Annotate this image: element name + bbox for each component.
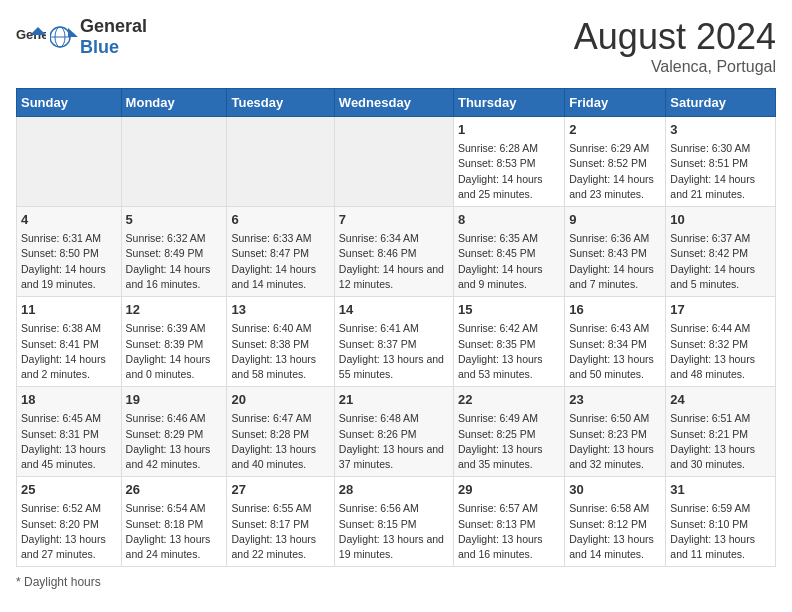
calendar-cell: 24Sunrise: 6:51 AMSunset: 8:21 PMDayligh… <box>666 387 776 477</box>
day-number: 24 <box>670 391 771 409</box>
day-number: 22 <box>458 391 560 409</box>
day-number: 3 <box>670 121 771 139</box>
day-info: Sunrise: 6:33 AMSunset: 8:47 PMDaylight:… <box>231 231 329 292</box>
day-info: Sunrise: 6:44 AMSunset: 8:32 PMDaylight:… <box>670 321 771 382</box>
calendar-cell: 25Sunrise: 6:52 AMSunset: 8:20 PMDayligh… <box>17 477 122 567</box>
calendar-cell: 11Sunrise: 6:38 AMSunset: 8:41 PMDayligh… <box>17 297 122 387</box>
weekday-header-wednesday: Wednesday <box>334 89 453 117</box>
day-number: 11 <box>21 301 117 319</box>
subtitle: Valenca, Portugal <box>574 58 776 76</box>
logo: General General Blue <box>16 16 147 58</box>
day-info: Sunrise: 6:36 AMSunset: 8:43 PMDaylight:… <box>569 231 661 292</box>
day-info: Sunrise: 6:34 AMSunset: 8:46 PMDaylight:… <box>339 231 449 292</box>
day-info: Sunrise: 6:52 AMSunset: 8:20 PMDaylight:… <box>21 501 117 562</box>
day-number: 7 <box>339 211 449 229</box>
day-info: Sunrise: 6:42 AMSunset: 8:35 PMDaylight:… <box>458 321 560 382</box>
calendar-cell: 23Sunrise: 6:50 AMSunset: 8:23 PMDayligh… <box>565 387 666 477</box>
day-info: Sunrise: 6:54 AMSunset: 8:18 PMDaylight:… <box>126 501 223 562</box>
logo-text-blue: Blue <box>80 37 119 57</box>
day-number: 16 <box>569 301 661 319</box>
weekday-header-monday: Monday <box>121 89 227 117</box>
week-row-1: 1Sunrise: 6:28 AMSunset: 8:53 PMDaylight… <box>17 117 776 207</box>
footer: * Daylight hours <box>16 575 776 589</box>
day-info: Sunrise: 6:56 AMSunset: 8:15 PMDaylight:… <box>339 501 449 562</box>
day-number: 8 <box>458 211 560 229</box>
calendar-cell: 10Sunrise: 6:37 AMSunset: 8:42 PMDayligh… <box>666 207 776 297</box>
calendar-cell: 8Sunrise: 6:35 AMSunset: 8:45 PMDaylight… <box>453 207 564 297</box>
weekday-header-friday: Friday <box>565 89 666 117</box>
day-info: Sunrise: 6:41 AMSunset: 8:37 PMDaylight:… <box>339 321 449 382</box>
calendar-cell: 22Sunrise: 6:49 AMSunset: 8:25 PMDayligh… <box>453 387 564 477</box>
daylight-label: Daylight hours <box>24 575 101 589</box>
day-number: 26 <box>126 481 223 499</box>
day-info: Sunrise: 6:38 AMSunset: 8:41 PMDaylight:… <box>21 321 117 382</box>
day-info: Sunrise: 6:43 AMSunset: 8:34 PMDaylight:… <box>569 321 661 382</box>
day-info: Sunrise: 6:39 AMSunset: 8:39 PMDaylight:… <box>126 321 223 382</box>
day-info: Sunrise: 6:28 AMSunset: 8:53 PMDaylight:… <box>458 141 560 202</box>
calendar-cell: 13Sunrise: 6:40 AMSunset: 8:38 PMDayligh… <box>227 297 334 387</box>
day-number: 9 <box>569 211 661 229</box>
calendar-cell: 4Sunrise: 6:31 AMSunset: 8:50 PMDaylight… <box>17 207 122 297</box>
calendar-cell: 3Sunrise: 6:30 AMSunset: 8:51 PMDaylight… <box>666 117 776 207</box>
title-area: August 2024 Valenca, Portugal <box>574 16 776 76</box>
day-number: 13 <box>231 301 329 319</box>
day-info: Sunrise: 6:48 AMSunset: 8:26 PMDaylight:… <box>339 411 449 472</box>
svg-marker-5 <box>68 28 78 37</box>
calendar-cell: 1Sunrise: 6:28 AMSunset: 8:53 PMDaylight… <box>453 117 564 207</box>
day-info: Sunrise: 6:51 AMSunset: 8:21 PMDaylight:… <box>670 411 771 472</box>
weekday-header-tuesday: Tuesday <box>227 89 334 117</box>
week-row-3: 11Sunrise: 6:38 AMSunset: 8:41 PMDayligh… <box>17 297 776 387</box>
weekday-header-sunday: Sunday <box>17 89 122 117</box>
day-info: Sunrise: 6:29 AMSunset: 8:52 PMDaylight:… <box>569 141 661 202</box>
page-title: August 2024 <box>574 16 776 58</box>
calendar-cell: 16Sunrise: 6:43 AMSunset: 8:34 PMDayligh… <box>565 297 666 387</box>
day-info: Sunrise: 6:47 AMSunset: 8:28 PMDaylight:… <box>231 411 329 472</box>
day-number: 18 <box>21 391 117 409</box>
day-number: 10 <box>670 211 771 229</box>
calendar-table: SundayMondayTuesdayWednesdayThursdayFrid… <box>16 88 776 567</box>
logo-text-general: General <box>80 16 147 36</box>
header: General General Blue August 2024 Valenca… <box>16 16 776 76</box>
day-info: Sunrise: 6:46 AMSunset: 8:29 PMDaylight:… <box>126 411 223 472</box>
week-row-2: 4Sunrise: 6:31 AMSunset: 8:50 PMDaylight… <box>17 207 776 297</box>
day-number: 29 <box>458 481 560 499</box>
calendar-cell: 12Sunrise: 6:39 AMSunset: 8:39 PMDayligh… <box>121 297 227 387</box>
day-info: Sunrise: 6:59 AMSunset: 8:10 PMDaylight:… <box>670 501 771 562</box>
day-info: Sunrise: 6:37 AMSunset: 8:42 PMDaylight:… <box>670 231 771 292</box>
day-info: Sunrise: 6:55 AMSunset: 8:17 PMDaylight:… <box>231 501 329 562</box>
day-info: Sunrise: 6:57 AMSunset: 8:13 PMDaylight:… <box>458 501 560 562</box>
day-info: Sunrise: 6:32 AMSunset: 8:49 PMDaylight:… <box>126 231 223 292</box>
weekday-header-saturday: Saturday <box>666 89 776 117</box>
calendar-cell <box>334 117 453 207</box>
day-number: 27 <box>231 481 329 499</box>
calendar-cell <box>17 117 122 207</box>
calendar-cell: 2Sunrise: 6:29 AMSunset: 8:52 PMDaylight… <box>565 117 666 207</box>
day-info: Sunrise: 6:35 AMSunset: 8:45 PMDaylight:… <box>458 231 560 292</box>
day-number: 20 <box>231 391 329 409</box>
day-number: 19 <box>126 391 223 409</box>
day-number: 14 <box>339 301 449 319</box>
day-number: 15 <box>458 301 560 319</box>
calendar-cell: 27Sunrise: 6:55 AMSunset: 8:17 PMDayligh… <box>227 477 334 567</box>
day-number: 23 <box>569 391 661 409</box>
day-info: Sunrise: 6:58 AMSunset: 8:12 PMDaylight:… <box>569 501 661 562</box>
day-number: 5 <box>126 211 223 229</box>
calendar-cell: 15Sunrise: 6:42 AMSunset: 8:35 PMDayligh… <box>453 297 564 387</box>
calendar-cell: 29Sunrise: 6:57 AMSunset: 8:13 PMDayligh… <box>453 477 564 567</box>
day-number: 31 <box>670 481 771 499</box>
calendar-cell: 21Sunrise: 6:48 AMSunset: 8:26 PMDayligh… <box>334 387 453 477</box>
day-number: 21 <box>339 391 449 409</box>
day-number: 4 <box>21 211 117 229</box>
day-info: Sunrise: 6:31 AMSunset: 8:50 PMDaylight:… <box>21 231 117 292</box>
calendar-cell: 17Sunrise: 6:44 AMSunset: 8:32 PMDayligh… <box>666 297 776 387</box>
calendar-cell: 5Sunrise: 6:32 AMSunset: 8:49 PMDaylight… <box>121 207 227 297</box>
day-number: 17 <box>670 301 771 319</box>
week-row-4: 18Sunrise: 6:45 AMSunset: 8:31 PMDayligh… <box>17 387 776 477</box>
day-number: 2 <box>569 121 661 139</box>
calendar-cell: 9Sunrise: 6:36 AMSunset: 8:43 PMDaylight… <box>565 207 666 297</box>
week-row-5: 25Sunrise: 6:52 AMSunset: 8:20 PMDayligh… <box>17 477 776 567</box>
day-number: 12 <box>126 301 223 319</box>
day-info: Sunrise: 6:49 AMSunset: 8:25 PMDaylight:… <box>458 411 560 472</box>
day-number: 6 <box>231 211 329 229</box>
weekday-header-thursday: Thursday <box>453 89 564 117</box>
